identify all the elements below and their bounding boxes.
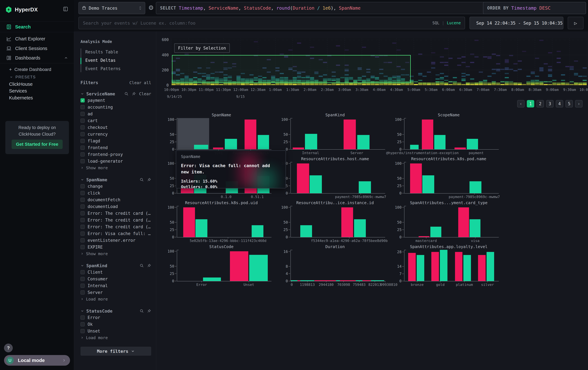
search-input[interactable] <box>83 20 429 26</box>
bar-pink[interactable] <box>408 253 416 281</box>
pagination-page-5[interactable]: 5 <box>566 100 573 108</box>
checkbox[interactable] <box>81 119 85 123</box>
chevron-down-icon[interactable] <box>81 92 84 96</box>
search-icon[interactable] <box>140 309 144 313</box>
duration-heatmap[interactable] <box>171 38 587 85</box>
bar-green[interactable] <box>434 135 445 149</box>
pagination-next[interactable]: › <box>575 100 583 108</box>
mini-chart-duration[interactable]: Duration16840011988132944180703098759483… <box>283 244 387 287</box>
heatmap-selection-box[interactable] <box>172 55 411 83</box>
filter-item-cart[interactable]: cart <box>81 117 151 124</box>
filter-item-eventlistener-error[interactable]: eventListener.error <box>81 237 151 244</box>
mini-chart-span-kind[interactable]: SpanKind10050250InternalServer <box>283 113 387 155</box>
filter-item-consumer[interactable]: Consumer <box>81 276 151 282</box>
bar-green[interactable] <box>470 181 481 193</box>
sidebar-item-client-sessions[interactable]: Client Sessions <box>0 44 74 53</box>
bar-green[interactable] <box>410 145 419 149</box>
bar-pink[interactable] <box>431 252 439 281</box>
sidebar-item-dashboards[interactable]: Dashboards <box>0 53 74 62</box>
checkbox[interactable] <box>81 238 85 242</box>
filter-item-checkout[interactable]: checkout <box>81 124 151 131</box>
bar-green[interactable] <box>249 255 268 281</box>
filter-item-error-the-credit-card-[interactable]: Error: The credit card (… <box>81 223 151 230</box>
bar-pink[interactable] <box>458 207 469 237</box>
bar-green[interactable] <box>430 227 441 237</box>
checkbox[interactable] <box>81 245 85 249</box>
bar-pink[interactable] <box>297 163 309 193</box>
filter-item-load-generator[interactable]: load-generator <box>81 158 151 165</box>
search-icon[interactable] <box>140 178 144 182</box>
create-dashboard-button[interactable]: + Create Dashboard <box>0 66 74 73</box>
filter-item-documentfetch[interactable]: documentFetch <box>81 196 151 203</box>
checkbox[interactable] <box>81 270 85 274</box>
checkbox[interactable] <box>81 132 85 136</box>
chevron-up-icon[interactable] <box>64 56 68 60</box>
bar-pink[interactable] <box>478 255 486 281</box>
more-filters-button[interactable]: More filters <box>81 347 151 356</box>
bar-green[interactable] <box>225 139 237 149</box>
bar-green[interactable] <box>359 181 371 193</box>
filter-more-button[interactable]: Show more <box>81 165 151 171</box>
checkbox-checked[interactable]: ✓ <box>81 98 85 102</box>
filter-item-internal[interactable]: Internal <box>81 282 151 289</box>
filter-item-change[interactable]: change <box>81 183 151 190</box>
date-range-picker[interactable]: Sep 14 22:04:35 - Sep 15 10:04:35 <box>470 17 563 29</box>
bar-green[interactable] <box>258 135 269 149</box>
pin-icon[interactable] <box>147 263 151 268</box>
filter-item-expire[interactable]: EXPIRE <box>81 244 151 250</box>
checkbox[interactable] <box>81 218 85 222</box>
source-select[interactable]: Demo Traces <box>78 2 145 14</box>
filter-item-flagd[interactable]: flagd <box>81 138 151 144</box>
sidebar-item-services[interactable]: Services <box>0 87 74 95</box>
sidebar-item-clickhouse[interactable]: ClickHouse <box>0 80 74 88</box>
bar-pink[interactable] <box>422 120 433 149</box>
bar-green[interactable] <box>487 252 494 281</box>
checkbox[interactable] <box>81 277 85 281</box>
bar-green[interactable] <box>300 225 312 237</box>
checkbox[interactable] <box>81 159 85 163</box>
filter-item-frontend-proxy[interactable]: frontend-proxy <box>81 151 151 158</box>
bar-green[interactable] <box>194 145 208 149</box>
mini-chart-payment-card-type[interactable]: SpanAttributes...yment.card_type10050250… <box>396 200 501 243</box>
filter-item-unset[interactable]: Unset <box>81 328 151 334</box>
pin-icon[interactable] <box>147 178 151 182</box>
checkbox[interactable] <box>81 146 85 150</box>
mini-chart-scope-name[interactable]: ScopeName10050250@hyperdx/instrumentatio… <box>396 113 501 155</box>
filter-clear-button[interactable]: Clear <box>139 91 151 96</box>
checkbox[interactable] <box>81 152 85 157</box>
filter-item-click[interactable]: click <box>81 190 151 196</box>
bar-green[interactable] <box>422 175 434 193</box>
mini-chart-k8s-pod-uid[interactable]: ResourceAttributes.k8s.pod.uid100502505e… <box>169 200 274 243</box>
checkbox[interactable] <box>81 125 85 130</box>
pagination-page-3[interactable]: 3 <box>546 100 554 108</box>
mini-chart-loyalty-level[interactable]: SpanAttributes.app.loyalty.level281470br… <box>396 244 501 287</box>
bar-pink[interactable] <box>344 120 356 149</box>
filter-item-server[interactable]: Server <box>81 289 151 296</box>
bar-green[interactable] <box>463 255 471 281</box>
filter-item-documentload[interactable]: documentLoad <box>81 203 151 210</box>
sidebar-item-kubernetes[interactable]: Kubernetes <box>0 94 74 102</box>
checkbox[interactable] <box>81 225 85 229</box>
bar-pink[interactable] <box>230 251 248 281</box>
pagination-page-2[interactable]: 2 <box>536 100 544 108</box>
checkbox[interactable] <box>81 139 85 143</box>
bar-pink[interactable] <box>183 207 195 237</box>
filter-more-button[interactable]: Load more <box>81 296 151 302</box>
pagination-page-4[interactable]: 4 <box>556 100 563 108</box>
account-menu[interactable]: U Local mode <box>4 355 70 366</box>
bar-pink[interactable] <box>419 236 430 237</box>
bar-green[interactable] <box>195 219 207 237</box>
filter-item-ok[interactable]: Ok <box>81 321 151 328</box>
mini-chart-span-name[interactable]: SpanName10050250tChiPaymentService/Ch <box>169 113 274 155</box>
checkbox[interactable] <box>81 315 85 320</box>
bar-green[interactable] <box>417 255 424 281</box>
checkbox[interactable] <box>81 284 85 288</box>
analysis-mode-option-event-patterns[interactable]: Event Patterns <box>81 64 151 73</box>
bar-pink[interactable] <box>293 148 304 149</box>
bar-green[interactable] <box>357 135 369 149</box>
sidebar-item-chart-explorer[interactable]: Chart Explorer <box>0 34 74 43</box>
bar-pink[interactable] <box>213 148 223 149</box>
bar-green[interactable] <box>252 225 263 237</box>
get-started-button[interactable]: Get Started for Free <box>11 140 63 149</box>
bar-pink[interactable] <box>341 207 353 237</box>
